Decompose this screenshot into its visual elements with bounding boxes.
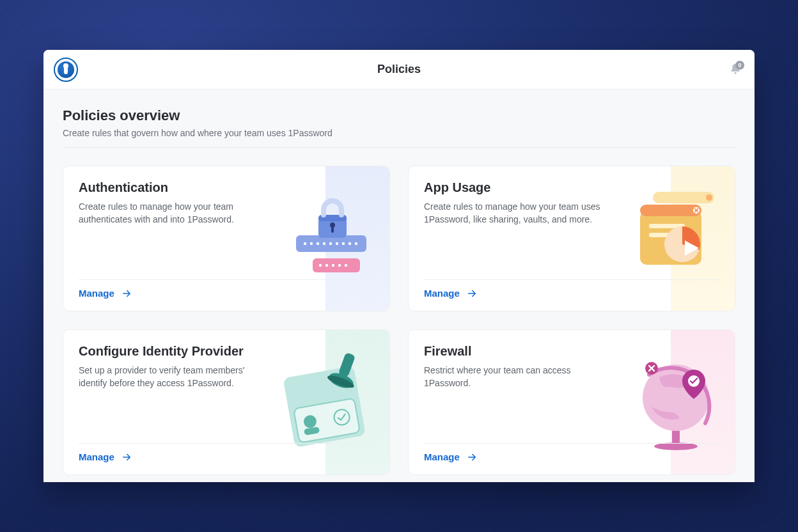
card-description: Create rules to manage how your team use…	[424, 200, 616, 226]
card-divider	[424, 443, 719, 444]
cards-grid: Authentication Create rules to manage ho…	[63, 166, 735, 475]
overview-subtitle: Create rules that govern how and where y…	[63, 128, 735, 138]
manage-label: Manage	[79, 451, 114, 462]
notifications-button[interactable]: 0	[728, 62, 743, 77]
brand-logo[interactable]	[54, 58, 78, 82]
svg-point-34	[302, 414, 317, 429]
svg-line-46	[649, 366, 654, 371]
manage-label: Manage	[424, 288, 460, 299]
card-authentication: Authentication Create rules to manage ho…	[63, 166, 390, 311]
svg-point-3	[317, 242, 319, 245]
card-firewall: Firewall Restrict where your team can ac…	[408, 329, 735, 475]
arrow-right-icon	[121, 451, 132, 463]
card-divider	[424, 279, 719, 280]
content: Policies overview Create rules that gove…	[43, 90, 755, 482]
arrow-right-icon	[466, 288, 478, 299]
manage-label: Manage	[79, 288, 114, 299]
app-window: Policies 0 Policies overview Create rule…	[43, 50, 755, 482]
manage-firewall-link[interactable]: Manage	[424, 451, 478, 463]
svg-point-11	[319, 264, 322, 267]
manage-app-usage-link[interactable]: Manage	[424, 288, 478, 299]
svg-point-2	[310, 242, 313, 245]
svg-point-44	[645, 362, 658, 375]
card-divider	[79, 279, 374, 280]
brand-logo-inner	[58, 61, 74, 78]
manage-identity-provider-link[interactable]: Manage	[79, 451, 132, 463]
svg-rect-35	[304, 426, 320, 435]
card-description: Restrict where your team can access 1Pas…	[424, 364, 616, 390]
page-title: Policies	[377, 63, 421, 76]
card-description: Set up a provider to verify team members…	[79, 364, 270, 390]
arrow-right-icon	[466, 451, 478, 463]
keyhole-icon	[64, 65, 68, 74]
card-app-usage: App Usage Create rules to manage how you…	[408, 166, 735, 311]
overview-title: Policies overview	[63, 107, 735, 124]
svg-point-1	[304, 242, 306, 245]
card-description: Create rules to manage how your team aut…	[79, 200, 270, 226]
topbar: Policies 0	[43, 50, 755, 90]
arrow-right-icon	[121, 288, 132, 299]
card-divider	[79, 443, 374, 444]
divider	[63, 147, 735, 148]
overview-header: Policies overview Create rules that gove…	[63, 107, 735, 148]
notifications-badge: 0	[735, 61, 744, 70]
card-identity-provider: Configure Identity Provider Set up a pro…	[63, 329, 390, 475]
svg-line-45	[649, 366, 654, 371]
manage-authentication-link[interactable]: Manage	[79, 288, 132, 299]
manage-label: Manage	[424, 451, 460, 462]
